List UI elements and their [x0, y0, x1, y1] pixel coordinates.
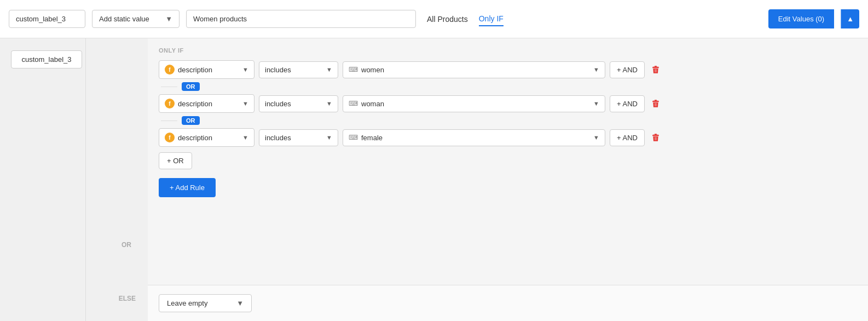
custom-label-box: custom_label_3: [11, 50, 82, 68]
delete-button-1[interactable]: [649, 63, 662, 76]
condition-chevron-2: ▼: [326, 100, 332, 107]
value-chevron-2: ▼: [593, 100, 599, 107]
delete-button-2[interactable]: [649, 97, 662, 110]
or-line-2: [161, 121, 177, 121]
left-panel: custom_label_3 OR ELSE: [0, 38, 148, 321]
or-mid-label: OR: [121, 241, 131, 249]
value-chevron-1: ▼: [593, 66, 599, 73]
page-wrapper: custom_label_3 Add static value ▼ All Pr…: [0, 0, 868, 321]
condition-select-1[interactable]: includes ▼: [259, 61, 338, 78]
delete-icon-2: [651, 99, 660, 108]
keyboard-icon-1: ⌨: [349, 66, 358, 73]
nav-tabs: All Products Only IF: [427, 12, 504, 26]
field-chevron-1: ▼: [242, 66, 248, 73]
edit-values-button[interactable]: Edit Values (0): [768, 9, 834, 28]
leave-empty-dropdown[interactable]: Leave empty ▼: [159, 294, 252, 312]
and-button-1[interactable]: + AND: [610, 61, 645, 78]
field-chevron-2: ▼: [242, 100, 248, 107]
and-button-2[interactable]: + AND: [610, 95, 645, 112]
value-text-1: women: [361, 66, 590, 74]
value-text-2: woman: [361, 100, 590, 108]
keyboard-icon-2: ⌨: [349, 100, 358, 107]
value-select-3[interactable]: ⌨ female ▼: [343, 129, 605, 146]
condition-chevron-3: ▼: [326, 134, 332, 141]
delete-icon-1: [651, 65, 660, 74]
tab-only-if[interactable]: Only IF: [479, 12, 504, 26]
value-chevron-3: ▼: [593, 134, 599, 141]
right-content: ONLY IF f description ▼ includes ▼ ⌨ wom…: [148, 38, 868, 321]
add-or-button[interactable]: + OR: [159, 152, 192, 169]
condition-select-2[interactable]: includes ▼: [259, 95, 338, 112]
header-bar: custom_label_3 Add static value ▼ All Pr…: [0, 0, 868, 38]
add-rule-button[interactable]: + Add Rule: [159, 178, 216, 197]
value-select-2[interactable]: ⌨ woman ▼: [343, 95, 605, 112]
or-badge-2: OR: [182, 116, 200, 125]
static-value-label: Add static value: [99, 15, 149, 23]
condition-label-3: includes: [265, 134, 291, 142]
field-label-3: description: [178, 134, 239, 142]
field-select-3[interactable]: f description ▼: [159, 128, 254, 147]
field-icon-1: f: [165, 65, 175, 74]
condition-chevron-1: ▼: [326, 66, 332, 73]
only-if-panel: ONLY IF f description ▼ includes ▼ ⌨ wom…: [148, 38, 868, 285]
field-icon-2: f: [165, 99, 175, 108]
condition-label-2: includes: [265, 100, 291, 108]
custom-label-field: custom_label_3: [9, 10, 85, 28]
field-chevron-3: ▼: [242, 134, 248, 141]
keyboard-icon-3: ⌨: [349, 134, 358, 141]
and-button-3[interactable]: + AND: [610, 129, 645, 146]
main-area: custom_label_3 OR ELSE ONLY IF f descrip…: [0, 38, 868, 321]
static-value-dropdown[interactable]: Add static value ▼: [92, 10, 180, 28]
else-panel: Leave empty ▼: [148, 285, 868, 321]
condition-select-3[interactable]: includes ▼: [259, 129, 338, 146]
value-text-3: female: [361, 134, 590, 142]
or-connector-1: OR: [159, 82, 857, 91]
leave-empty-label: Leave empty: [167, 299, 207, 307]
field-select-1[interactable]: f description ▼: [159, 60, 254, 79]
field-label-2: description: [178, 100, 239, 108]
rule-row-3: f description ▼ includes ▼ ⌨ female ▼ + …: [159, 128, 857, 147]
field-icon-3: f: [165, 133, 175, 142]
or-badge-1: OR: [182, 82, 200, 91]
only-if-label: ONLY IF: [159, 47, 857, 54]
or-connector-2: OR: [159, 116, 857, 125]
rule-row-2: f description ▼ includes ▼ ⌨ woman ▼ + A…: [159, 94, 857, 113]
delete-icon-3: [651, 133, 660, 142]
value-name-input[interactable]: [186, 10, 416, 28]
edit-values-caret-button[interactable]: ▲: [841, 9, 859, 28]
or-line-1: [161, 87, 177, 87]
value-select-1[interactable]: ⌨ women ▼: [343, 61, 605, 78]
condition-label-1: includes: [265, 66, 291, 74]
rule-row-1: f description ▼ includes ▼ ⌨ women ▼ + A…: [159, 60, 857, 79]
field-select-2[interactable]: f description ▼: [159, 94, 254, 113]
static-value-chevron: ▼: [165, 15, 172, 23]
field-label-1: description: [178, 66, 239, 74]
else-mid-label: ELSE: [119, 295, 136, 302]
tab-all-products[interactable]: All Products: [427, 13, 468, 26]
delete-button-3[interactable]: [649, 131, 662, 144]
leave-empty-chevron: ▼: [236, 299, 244, 307]
